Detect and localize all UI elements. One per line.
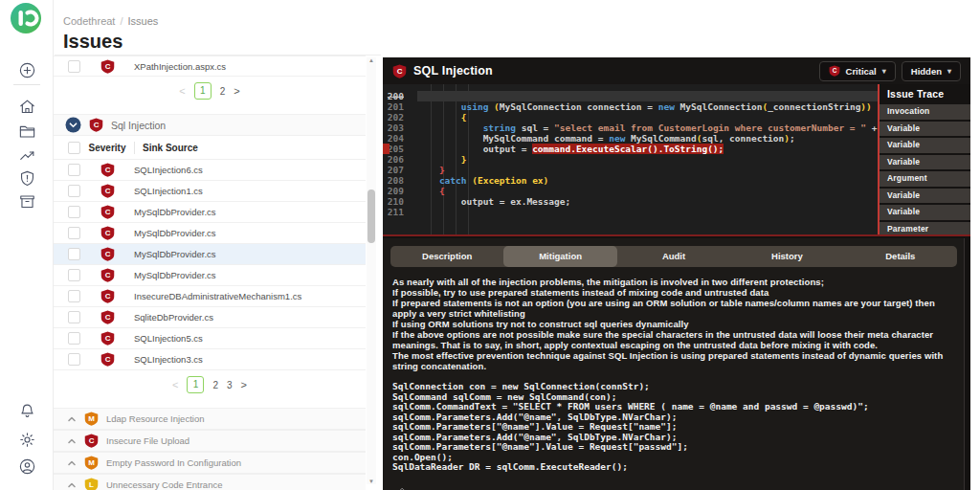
svg-text:C: C [104,229,110,237]
tab-details[interactable]: Details [844,246,957,267]
svg-text:C: C [832,67,836,74]
scrollbar-thumb[interactable] [368,189,375,243]
breadcrumb-app[interactable]: Codethreat [63,15,115,27]
issue-group-collapsed[interactable]: LUnnecessary Code Entrance [54,474,366,490]
expand-chevron-icon[interactable] [67,480,77,490]
file-name: MySqlDbProvider.cs [134,207,216,217]
issue-file-row[interactable]: CSQLInjection1.cs [54,181,366,202]
archive-box-icon[interactable] [18,192,36,211]
svg-text:C: C [104,292,110,301]
page-number-1[interactable]: 1 [194,82,212,100]
issue-group-collapsed[interactable]: MEmpty Password In Configuration [54,452,366,474]
visibility-dropdown[interactable]: Hidden ▾ [902,61,961,81]
issue-marker [383,144,390,154]
trace-item-parameter[interactable]: Parameter [880,222,970,237]
severity-shield-icon: C [100,226,115,240]
tab-mitigation[interactable]: Mitigation [503,246,616,267]
issue-file-row[interactable]: CSQLInjection6.cs [54,160,366,181]
trace-item-variable[interactable]: Variable [880,155,970,170]
collapse-chevron-icon[interactable] [65,117,81,133]
settings-gear-icon[interactable] [18,431,36,449]
row-checkbox[interactable] [68,332,80,345]
severity-shield-icon: C [100,289,115,303]
visibility-dropdown-label: Hidden [911,66,942,77]
account-user-icon[interactable] [18,457,36,476]
row-checkbox[interactable] [68,227,80,239]
projects-folder-icon[interactable] [18,122,36,141]
page-number-1[interactable]: 1 [187,376,204,393]
issue-group-sql-injection[interactable]: C Sql Injection [54,114,366,136]
trace-item-invocation[interactable]: Invocation [880,104,970,120]
tab-audit[interactable]: Audit [617,246,730,267]
add-circle-icon[interactable] [18,61,36,79]
page-number-3[interactable]: 3 [227,380,233,390]
row-checkbox[interactable] [68,185,80,197]
severity-shield-icon: C [100,163,115,177]
issue-file-row[interactable]: CMySqlDbProvider.cs [54,244,366,265]
file-name: MySqlDbProvider.cs [134,270,216,280]
page-prev-arrow[interactable]: < [172,379,178,390]
issue-file-row[interactable]: C XPathInjection.aspx.cs [54,56,366,77]
list-scrollbar[interactable]: ▲ ▼ [367,57,376,484]
issue-file-row[interactable]: CInsecureDBAdministrativeMechanism1.cs [54,286,366,307]
page-next-arrow[interactable]: > [241,379,247,390]
severity-shield-icon: C [392,64,407,78]
codethreat-logo-icon[interactable] [10,2,42,38]
issue-file-row[interactable]: CMySqlDbProvider.cs [54,265,366,286]
scroll-up-arrow[interactable]: ▲ [367,57,376,63]
group-name: Ldap Resource Injection [106,413,204,424]
issue-file-row[interactable]: CSQLInjection3.cs [54,349,366,370]
svg-text:C: C [104,166,110,174]
tab-description[interactable]: Description [390,246,503,267]
trace-item-variable[interactable]: Variable [880,205,970,220]
row-checkbox[interactable] [68,353,80,366]
page-number-2[interactable]: 2 [220,86,226,97]
mitigation-paragraph: If the above options are not possible ma… [392,329,953,350]
severity-dropdown-label: Critical [846,66,877,77]
code-editor[interactable]: 200201 using (MySqlConnection connection… [383,84,970,236]
issue-group-collapsed[interactable]: MLdap Resource Injection [54,408,366,430]
issue-file-row[interactable]: CSQLInjection5.cs [54,328,366,349]
expand-chevron-icon[interactable] [67,458,77,468]
notifications-bell-icon[interactable] [18,402,36,420]
detail-scrollbar[interactable] [964,238,970,490]
security-shield-icon[interactable] [18,169,36,188]
issue-file-row[interactable]: CMySqlDbProvider.cs [54,202,366,223]
tab-history[interactable]: History [730,246,843,267]
edit-pencil-icon[interactable] [394,484,407,490]
row-checkbox[interactable] [68,311,80,323]
svg-text:C: C [104,355,110,364]
trace-item-variable[interactable]: Variable [880,138,970,153]
row-checkbox[interactable] [68,290,80,302]
severity-dropdown[interactable]: C Critical ▾ [819,61,896,81]
trace-item-variable[interactable]: Variable [880,122,970,137]
expand-chevron-icon[interactable] [67,436,77,446]
issue-file-row[interactable]: CMySqlDbProvider.cs [54,223,366,244]
severity-cell: C [80,247,134,261]
row-checkbox[interactable] [68,248,80,260]
breadcrumb: Codethreat/Issues [63,15,158,27]
scroll-down-arrow[interactable]: ▼ [367,479,376,484]
issue-file-row[interactable]: CSqliteDbProvider.cs [54,307,366,328]
trace-item-variable[interactable]: Variable [880,189,970,204]
file-name: MySqlDbProvider.cs [134,249,216,259]
select-all-checkbox[interactable] [68,142,80,154]
file-name: XPathInjection.aspx.cs [134,61,226,72]
trends-icon[interactable] [18,146,36,165]
detail-tabs-section: DescriptionMitigationAuditHistoryDetails… [383,238,970,490]
row-checkbox[interactable] [68,164,80,176]
row-checkbox[interactable] [68,269,80,281]
page-prev-arrow[interactable]: < [179,85,185,97]
group-name: Insecure File Upload [106,435,189,446]
row-checkbox[interactable] [68,206,80,218]
row-checkbox[interactable] [68,60,80,73]
home-icon[interactable] [18,98,36,116]
severity-shield-icon: C [100,310,115,324]
group-name: Unnecessary Code Entrance [106,479,222,490]
trace-item-argument[interactable]: Argument [880,171,970,187]
issue-group-collapsed[interactable]: CInsecure File Upload [54,430,366,452]
expand-chevron-icon[interactable] [67,414,77,424]
issue-trace-panel: Issue Trace InvocationVariableVariableVa… [878,84,970,234]
page-number-2[interactable]: 2 [212,380,218,390]
page-next-arrow[interactable]: > [234,85,239,97]
